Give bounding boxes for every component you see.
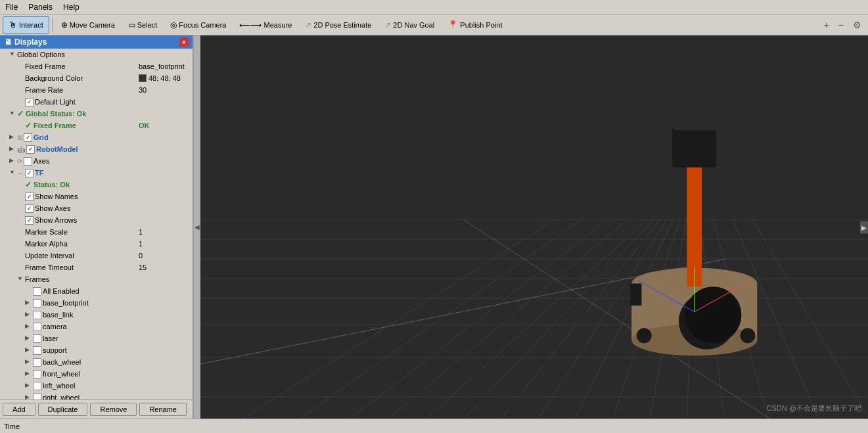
checkbox[interactable]: ✓ — [25, 204, 34, 213]
tree-item[interactable]: ▶right_wheel — [0, 392, 193, 399]
expand-arrow[interactable]: ▶ — [25, 358, 33, 366]
tree-item[interactable]: ▶base_link — [0, 309, 193, 321]
expand-arrow[interactable]: ▼ — [17, 275, 25, 283]
tree-item[interactable]: ▶front_wheel — [0, 368, 193, 380]
tree-item[interactable]: Background Color48; 48; 48 — [0, 72, 193, 84]
tree-item[interactable]: ✓Default Light — [0, 96, 193, 108]
rename-button[interactable]: Rename — [139, 403, 187, 416]
checkbox[interactable] — [33, 394, 41, 400]
tree-item[interactable]: Marker Scale1 — [0, 226, 193, 238]
tree-item[interactable]: ▶laser — [0, 332, 193, 344]
tree-item[interactable]: ▶left_wheel — [0, 380, 193, 392]
expand-arrow[interactable] — [17, 252, 25, 260]
expand-arrow[interactable]: ▶ — [25, 382, 33, 390]
tree-item[interactable]: Frame Timeout15 — [0, 262, 193, 273]
checkbox[interactable]: ✓ — [25, 193, 34, 201]
tree-item[interactable]: ▶🤖✓RobotModel — [0, 143, 193, 155]
expand-arrow[interactable]: ▶ — [25, 334, 33, 342]
checkbox[interactable] — [33, 346, 41, 355]
expand-arrow[interactable] — [17, 228, 25, 236]
checkbox[interactable] — [33, 358, 41, 367]
2d-nav-button[interactable]: ↗ 2D Nav Goal — [378, 16, 440, 34]
panel-close-button[interactable]: × — [179, 37, 189, 47]
expand-arrow[interactable] — [25, 287, 33, 295]
expand-arrow[interactable] — [17, 240, 25, 248]
publish-point-button[interactable]: 📍 Publish Point — [442, 16, 508, 34]
expand-arrow[interactable]: ▼ — [9, 51, 17, 58]
tree-item[interactable]: ✓Show Names — [0, 191, 193, 202]
tree-item[interactable]: ▶⊞✓Grid — [0, 131, 193, 143]
tree-item[interactable]: Marker Alpha1 — [0, 238, 193, 250]
zoom-in-icon[interactable]: + — [820, 17, 833, 33]
tree-item[interactable]: ✓ Status: Ok — [0, 179, 193, 191]
expand-arrow[interactable] — [17, 193, 25, 200]
expand-arrow[interactable]: ▶ — [9, 157, 17, 165]
checkbox[interactable]: ✓ — [26, 145, 35, 154]
checkbox[interactable] — [33, 323, 41, 331]
tree-item[interactable]: ▶⟳Axes — [0, 155, 193, 167]
expand-arrow[interactable] — [17, 181, 25, 189]
expand-arrow[interactable]: ▶ — [25, 299, 33, 307]
expand-arrow[interactable] — [17, 122, 25, 129]
settings-icon[interactable]: ⚙ — [849, 17, 865, 33]
expand-arrow[interactable] — [17, 62, 25, 70]
measure-button[interactable]: ⟵⟶ Measure — [233, 16, 298, 34]
tree-item[interactable]: ▶camera — [0, 321, 193, 332]
tree-item[interactable]: ▼✓ Global Status: Ok — [0, 108, 193, 120]
tree-item[interactable]: ▼↔✓TF — [0, 167, 193, 179]
tree-item[interactable]: Fixed Framebase_footprint — [0, 60, 193, 72]
tree-item[interactable]: ▼Global Options — [0, 49, 193, 60]
checkbox[interactable]: ✓ — [25, 98, 34, 106]
checkbox[interactable] — [33, 299, 41, 308]
checkbox[interactable] — [33, 334, 41, 343]
tree-item[interactable]: ▶back_wheel — [0, 356, 193, 368]
remove-button[interactable]: Remove — [90, 403, 137, 416]
tree-item[interactable]: ▶support — [0, 344, 193, 356]
expand-arrow[interactable]: ▶ — [25, 323, 33, 330]
right-expand-arrow[interactable]: ▶ — [860, 221, 868, 233]
tree-item[interactable]: ▼Frames — [0, 273, 193, 285]
expand-arrow[interactable]: ▶ — [25, 394, 33, 399]
menu-help[interactable]: Help — [58, 1, 85, 13]
expand-arrow[interactable]: ▶ — [25, 346, 33, 354]
checkbox[interactable] — [33, 382, 41, 390]
expand-arrow[interactable]: ▼ — [9, 110, 17, 118]
select-button[interactable]: ▭ Select — [122, 16, 164, 34]
expand-arrow[interactable]: ▶ — [9, 133, 17, 141]
checkbox[interactable] — [33, 311, 41, 319]
expand-arrow[interactable]: ▶ — [9, 145, 17, 153]
tree-item[interactable]: Frame Rate30 — [0, 84, 193, 96]
expand-arrow[interactable] — [17, 86, 25, 94]
tree-item[interactable]: ▶base_footprint — [0, 297, 193, 309]
tree-item[interactable]: Update Interval0 — [0, 250, 193, 262]
expand-arrow[interactable] — [17, 263, 25, 271]
expand-arrow[interactable] — [17, 216, 25, 224]
checkbox[interactable]: ✓ — [25, 216, 34, 225]
checkbox[interactable]: ✓ — [25, 169, 34, 177]
menu-file[interactable]: File — [0, 1, 23, 13]
checkbox[interactable] — [24, 157, 32, 166]
duplicate-button[interactable]: Duplicate — [38, 403, 88, 416]
viewport[interactable]: .grid-line { stroke: #555; stroke-width:… — [200, 35, 868, 419]
zoom-out-icon[interactable]: − — [834, 17, 848, 33]
interact-button[interactable]: 🖱 Interact — [3, 16, 49, 34]
tree-item[interactable]: All Enabled — [0, 285, 193, 297]
move-camera-button[interactable]: ⊕ Move Camera — [55, 16, 121, 34]
tree-item[interactable]: ✓ Fixed FrameOK — [0, 120, 193, 131]
tree-item[interactable]: ✓Show Axes — [0, 202, 193, 214]
expand-arrow[interactable]: ▼ — [9, 169, 17, 177]
expand-arrow[interactable]: ▶ — [25, 370, 33, 378]
menu-panels[interactable]: Panels — [23, 1, 58, 13]
expand-arrow[interactable] — [17, 98, 25, 106]
tree-item[interactable]: ✓Show Arrows — [0, 214, 193, 226]
2d-pose-button[interactable]: ↗ 2D Pose Estimate — [299, 16, 377, 34]
expand-arrow[interactable] — [17, 204, 25, 212]
checkbox[interactable]: ✓ — [24, 133, 32, 142]
panel-collapse-handle[interactable]: ◀ — [194, 35, 200, 419]
checkbox[interactable] — [33, 370, 41, 378]
checkbox[interactable] — [33, 287, 41, 296]
expand-arrow[interactable] — [17, 74, 25, 82]
focus-camera-button[interactable]: ◎ Focus Camera — [164, 16, 232, 34]
add-button[interactable]: Add — [3, 403, 35, 416]
expand-arrow[interactable]: ▶ — [25, 311, 33, 319]
